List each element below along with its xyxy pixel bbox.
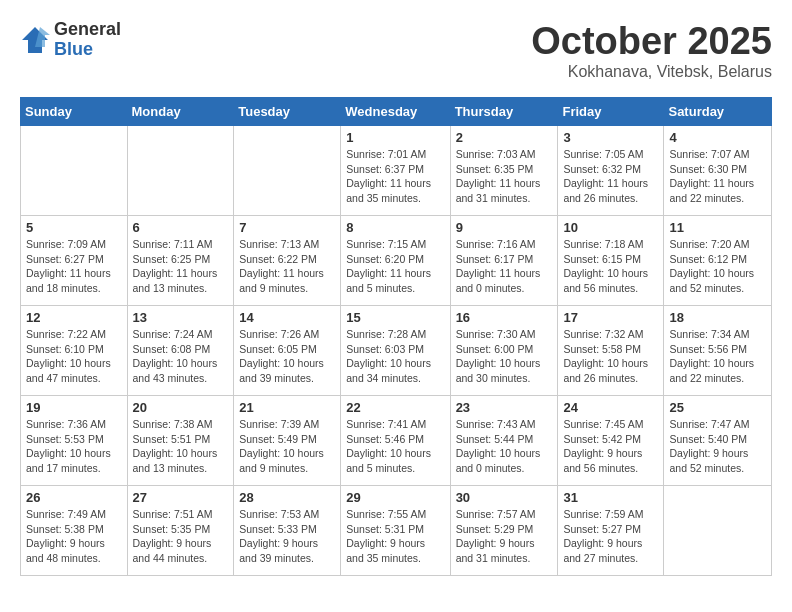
calendar-cell: 11Sunrise: 7:20 AM Sunset: 6:12 PM Dayli… [664,216,772,306]
day-number: 30 [456,490,553,505]
logo-icon [20,25,50,55]
month-title: October 2025 [531,20,772,63]
day-number: 26 [26,490,122,505]
day-number: 28 [239,490,335,505]
title-block: October 2025 Kokhanava, Vitebsk, Belarus [531,20,772,81]
day-info: Sunrise: 7:45 AM Sunset: 5:42 PM Dayligh… [563,417,658,476]
day-info: Sunrise: 7:28 AM Sunset: 6:03 PM Dayligh… [346,327,444,386]
day-of-week-header: Wednesday [341,98,450,126]
logo-general-text: General [54,20,121,40]
day-info: Sunrise: 7:49 AM Sunset: 5:38 PM Dayligh… [26,507,122,566]
calendar-cell: 27Sunrise: 7:51 AM Sunset: 5:35 PM Dayli… [127,486,234,576]
day-number: 22 [346,400,444,415]
calendar-cell: 28Sunrise: 7:53 AM Sunset: 5:33 PM Dayli… [234,486,341,576]
day-of-week-header: Saturday [664,98,772,126]
day-number: 29 [346,490,444,505]
day-info: Sunrise: 7:22 AM Sunset: 6:10 PM Dayligh… [26,327,122,386]
calendar-week-row: 26Sunrise: 7:49 AM Sunset: 5:38 PM Dayli… [21,486,772,576]
day-number: 25 [669,400,766,415]
day-info: Sunrise: 7:41 AM Sunset: 5:46 PM Dayligh… [346,417,444,476]
day-info: Sunrise: 7:18 AM Sunset: 6:15 PM Dayligh… [563,237,658,296]
day-number: 14 [239,310,335,325]
day-number: 1 [346,130,444,145]
calendar-cell: 31Sunrise: 7:59 AM Sunset: 5:27 PM Dayli… [558,486,664,576]
day-info: Sunrise: 7:01 AM Sunset: 6:37 PM Dayligh… [346,147,444,206]
day-number: 24 [563,400,658,415]
day-info: Sunrise: 7:32 AM Sunset: 5:58 PM Dayligh… [563,327,658,386]
day-info: Sunrise: 7:39 AM Sunset: 5:49 PM Dayligh… [239,417,335,476]
day-number: 13 [133,310,229,325]
calendar-cell: 15Sunrise: 7:28 AM Sunset: 6:03 PM Dayli… [341,306,450,396]
calendar-cell: 2Sunrise: 7:03 AM Sunset: 6:35 PM Daylig… [450,126,558,216]
day-number: 7 [239,220,335,235]
calendar-week-row: 5Sunrise: 7:09 AM Sunset: 6:27 PM Daylig… [21,216,772,306]
day-number: 16 [456,310,553,325]
day-number: 20 [133,400,229,415]
day-number: 31 [563,490,658,505]
day-info: Sunrise: 7:20 AM Sunset: 6:12 PM Dayligh… [669,237,766,296]
day-info: Sunrise: 7:34 AM Sunset: 5:56 PM Dayligh… [669,327,766,386]
day-info: Sunrise: 7:16 AM Sunset: 6:17 PM Dayligh… [456,237,553,296]
calendar-cell: 20Sunrise: 7:38 AM Sunset: 5:51 PM Dayli… [127,396,234,486]
calendar-cell [21,126,128,216]
calendar-cell: 18Sunrise: 7:34 AM Sunset: 5:56 PM Dayli… [664,306,772,396]
calendar-cell: 25Sunrise: 7:47 AM Sunset: 5:40 PM Dayli… [664,396,772,486]
calendar-cell: 13Sunrise: 7:24 AM Sunset: 6:08 PM Dayli… [127,306,234,396]
day-number: 18 [669,310,766,325]
day-number: 10 [563,220,658,235]
calendar-header-row: SundayMondayTuesdayWednesdayThursdayFrid… [21,98,772,126]
calendar-cell: 10Sunrise: 7:18 AM Sunset: 6:15 PM Dayli… [558,216,664,306]
calendar-cell: 16Sunrise: 7:30 AM Sunset: 6:00 PM Dayli… [450,306,558,396]
day-info: Sunrise: 7:57 AM Sunset: 5:29 PM Dayligh… [456,507,553,566]
day-number: 15 [346,310,444,325]
day-of-week-header: Tuesday [234,98,341,126]
calendar-week-row: 1Sunrise: 7:01 AM Sunset: 6:37 PM Daylig… [21,126,772,216]
day-info: Sunrise: 7:55 AM Sunset: 5:31 PM Dayligh… [346,507,444,566]
calendar-cell: 6Sunrise: 7:11 AM Sunset: 6:25 PM Daylig… [127,216,234,306]
day-info: Sunrise: 7:51 AM Sunset: 5:35 PM Dayligh… [133,507,229,566]
day-number: 21 [239,400,335,415]
day-number: 17 [563,310,658,325]
day-info: Sunrise: 7:07 AM Sunset: 6:30 PM Dayligh… [669,147,766,206]
calendar-cell: 14Sunrise: 7:26 AM Sunset: 6:05 PM Dayli… [234,306,341,396]
calendar-table: SundayMondayTuesdayWednesdayThursdayFrid… [20,97,772,576]
day-of-week-header: Thursday [450,98,558,126]
page-header: General Blue October 2025 Kokhanava, Vit… [20,20,772,81]
day-number: 3 [563,130,658,145]
calendar-cell: 8Sunrise: 7:15 AM Sunset: 6:20 PM Daylig… [341,216,450,306]
calendar-cell: 17Sunrise: 7:32 AM Sunset: 5:58 PM Dayli… [558,306,664,396]
calendar-cell: 12Sunrise: 7:22 AM Sunset: 6:10 PM Dayli… [21,306,128,396]
calendar-cell [234,126,341,216]
day-info: Sunrise: 7:53 AM Sunset: 5:33 PM Dayligh… [239,507,335,566]
day-number: 6 [133,220,229,235]
calendar-cell: 19Sunrise: 7:36 AM Sunset: 5:53 PM Dayli… [21,396,128,486]
calendar-cell: 23Sunrise: 7:43 AM Sunset: 5:44 PM Dayli… [450,396,558,486]
day-number: 23 [456,400,553,415]
calendar-cell [127,126,234,216]
calendar-cell: 3Sunrise: 7:05 AM Sunset: 6:32 PM Daylig… [558,126,664,216]
day-info: Sunrise: 7:36 AM Sunset: 5:53 PM Dayligh… [26,417,122,476]
calendar-cell: 1Sunrise: 7:01 AM Sunset: 6:37 PM Daylig… [341,126,450,216]
calendar-cell: 21Sunrise: 7:39 AM Sunset: 5:49 PM Dayli… [234,396,341,486]
calendar-cell: 9Sunrise: 7:16 AM Sunset: 6:17 PM Daylig… [450,216,558,306]
day-number: 19 [26,400,122,415]
calendar-week-row: 12Sunrise: 7:22 AM Sunset: 6:10 PM Dayli… [21,306,772,396]
day-info: Sunrise: 7:05 AM Sunset: 6:32 PM Dayligh… [563,147,658,206]
calendar-cell: 4Sunrise: 7:07 AM Sunset: 6:30 PM Daylig… [664,126,772,216]
calendar-cell: 24Sunrise: 7:45 AM Sunset: 5:42 PM Dayli… [558,396,664,486]
calendar-cell: 26Sunrise: 7:49 AM Sunset: 5:38 PM Dayli… [21,486,128,576]
day-number: 8 [346,220,444,235]
day-info: Sunrise: 7:11 AM Sunset: 6:25 PM Dayligh… [133,237,229,296]
day-info: Sunrise: 7:59 AM Sunset: 5:27 PM Dayligh… [563,507,658,566]
calendar-cell: 5Sunrise: 7:09 AM Sunset: 6:27 PM Daylig… [21,216,128,306]
day-number: 9 [456,220,553,235]
day-info: Sunrise: 7:43 AM Sunset: 5:44 PM Dayligh… [456,417,553,476]
day-info: Sunrise: 7:38 AM Sunset: 5:51 PM Dayligh… [133,417,229,476]
day-info: Sunrise: 7:26 AM Sunset: 6:05 PM Dayligh… [239,327,335,386]
day-info: Sunrise: 7:13 AM Sunset: 6:22 PM Dayligh… [239,237,335,296]
day-of-week-header: Sunday [21,98,128,126]
day-of-week-header: Friday [558,98,664,126]
calendar-cell: 7Sunrise: 7:13 AM Sunset: 6:22 PM Daylig… [234,216,341,306]
day-number: 12 [26,310,122,325]
logo: General Blue [20,20,121,60]
